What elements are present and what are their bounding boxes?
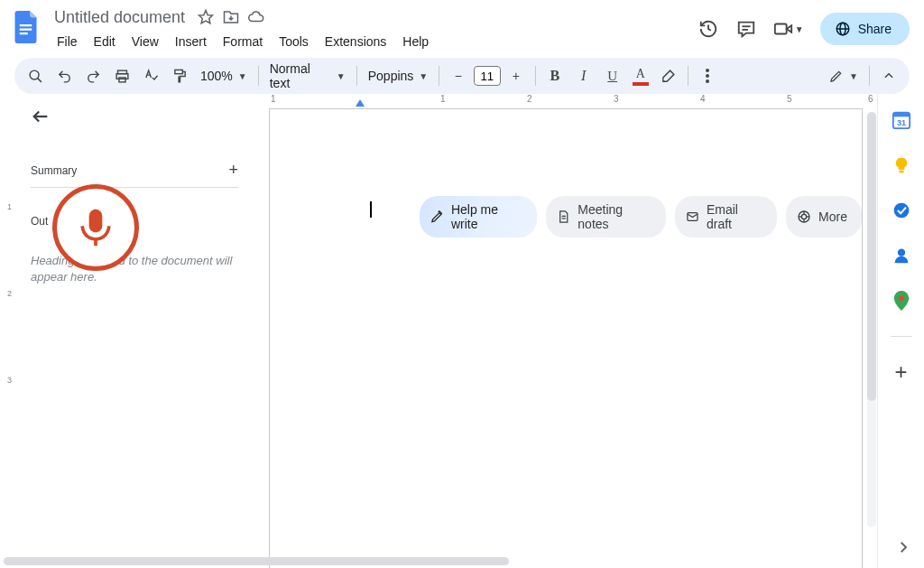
font-size-input[interactable]: 11 bbox=[474, 66, 501, 86]
chevron-down-icon: ▼ bbox=[795, 24, 804, 34]
svg-rect-16 bbox=[174, 70, 182, 73]
outline-hint: Headings you add to the document will ap… bbox=[31, 253, 238, 285]
svg-rect-31 bbox=[892, 113, 909, 117]
svg-point-34 bbox=[893, 203, 909, 219]
share-button[interactable]: Share bbox=[820, 13, 910, 45]
redo-icon[interactable] bbox=[79, 62, 106, 89]
menu-help[interactable]: Help bbox=[396, 33, 435, 51]
help-me-write-chip[interactable]: Help me write bbox=[420, 196, 537, 237]
svg-point-19 bbox=[706, 79, 709, 83]
meeting-notes-chip[interactable]: Meeting notes bbox=[546, 196, 666, 237]
collapse-toolbar-icon[interactable] bbox=[875, 62, 902, 89]
header-center: Untitled document File Edit View Insert … bbox=[45, 5, 698, 54]
ruler-tick: 2 bbox=[7, 289, 12, 298]
add-summary-icon[interactable]: + bbox=[228, 161, 238, 180]
menu-extensions[interactable]: Extensions bbox=[319, 33, 393, 51]
horizontal-scrollbar[interactable] bbox=[4, 557, 509, 565]
expand-side-panel-icon[interactable] bbox=[895, 539, 911, 559]
svg-marker-3 bbox=[199, 11, 213, 23]
search-icon[interactable] bbox=[22, 62, 49, 89]
keep-icon[interactable] bbox=[892, 155, 911, 175]
print-icon[interactable] bbox=[108, 62, 135, 89]
contacts-icon[interactable] bbox=[892, 246, 911, 265]
svg-rect-6 bbox=[775, 24, 787, 34]
history-icon[interactable] bbox=[698, 18, 719, 40]
tasks-icon[interactable] bbox=[892, 200, 911, 220]
email-draft-chip[interactable]: Email draft bbox=[675, 196, 777, 237]
separator bbox=[535, 66, 536, 86]
menu-view[interactable]: View bbox=[125, 33, 165, 51]
more-toolbar-icon[interactable] bbox=[694, 62, 721, 89]
calendar-icon[interactable]: 31 bbox=[892, 110, 911, 130]
move-icon[interactable] bbox=[223, 9, 239, 25]
font-select[interactable]: Poppins▼ bbox=[363, 69, 433, 83]
separator bbox=[439, 66, 439, 86]
meet-button[interactable]: ▼ bbox=[773, 19, 804, 39]
spellcheck-icon[interactable] bbox=[137, 62, 164, 89]
text-color-button[interactable]: A bbox=[628, 62, 653, 89]
zoom-value: 100% bbox=[200, 69, 233, 83]
chevron-down-icon: ▼ bbox=[849, 71, 858, 81]
highlight-color-button[interactable] bbox=[655, 62, 682, 89]
menu-file[interactable]: File bbox=[51, 33, 84, 51]
editing-mode-button[interactable]: ▼ bbox=[824, 69, 864, 83]
svg-rect-33 bbox=[899, 171, 903, 173]
workspace: 1 2 3 Summary + Out Headings you add to … bbox=[0, 94, 924, 568]
svg-line-12 bbox=[37, 78, 41, 81]
svg-text:31: 31 bbox=[896, 118, 905, 127]
get-addons-icon[interactable]: + bbox=[892, 362, 911, 382]
zoom-select[interactable]: 100%▼ bbox=[195, 69, 253, 83]
back-icon[interactable] bbox=[31, 107, 238, 130]
document-area: 1 1 2 3 4 5 6 Help me write Meeting note… bbox=[254, 94, 877, 568]
vertical-scrollbar[interactable] bbox=[867, 112, 876, 527]
italic-button[interactable]: I bbox=[570, 62, 597, 89]
chip-label: Email draft bbox=[707, 202, 762, 231]
toolbar: 100%▼ Normal text▼ Poppins▼ − 11 + B I U… bbox=[14, 58, 910, 94]
ruler-tick: 6 bbox=[868, 94, 873, 104]
ruler-tick: 3 bbox=[7, 376, 12, 385]
outline-panel: Summary + Out Headings you add to the do… bbox=[14, 94, 254, 568]
ruler-tick: 1 bbox=[440, 94, 446, 104]
document-page[interactable]: Help me write Meeting notes Email draft … bbox=[269, 108, 863, 568]
ruler-tick: 4 bbox=[700, 94, 706, 104]
menu-format[interactable]: Format bbox=[217, 33, 269, 51]
header-right: ▼ Share bbox=[698, 5, 910, 45]
horizontal-ruler[interactable]: 1 1 2 3 4 5 6 bbox=[269, 94, 877, 108]
indent-marker-icon[interactable] bbox=[356, 99, 365, 107]
undo-icon[interactable] bbox=[51, 62, 78, 89]
separator bbox=[869, 66, 870, 86]
paragraph-style-select[interactable]: Normal text▼ bbox=[264, 61, 351, 90]
vertical-ruler[interactable]: 1 2 3 bbox=[0, 94, 14, 568]
svg-point-25 bbox=[801, 214, 806, 219]
underline-button[interactable]: U bbox=[599, 62, 626, 89]
maps-icon[interactable] bbox=[892, 291, 911, 311]
menu-bar: File Edit View Insert Format Tools Exten… bbox=[51, 29, 698, 54]
voice-typing-mic-icon[interactable] bbox=[52, 184, 139, 271]
more-chip[interactable]: More bbox=[786, 196, 862, 237]
star-icon[interactable] bbox=[198, 9, 214, 25]
document-title[interactable]: Untitled document bbox=[51, 8, 189, 27]
docs-logo[interactable] bbox=[9, 9, 45, 45]
paint-format-icon[interactable] bbox=[166, 62, 193, 89]
bold-button[interactable]: B bbox=[541, 62, 568, 89]
chevron-down-icon: ▼ bbox=[419, 71, 428, 81]
svg-rect-1 bbox=[20, 29, 32, 31]
ruler-tick: 3 bbox=[614, 94, 619, 104]
svg-rect-2 bbox=[20, 33, 28, 34]
svg-point-35 bbox=[897, 249, 904, 256]
increase-font-size-button[interactable]: + bbox=[503, 62, 530, 89]
cloud-status-icon[interactable] bbox=[248, 9, 264, 25]
ruler-tick: 1 bbox=[7, 202, 12, 211]
chevron-down-icon: ▼ bbox=[337, 71, 346, 81]
decrease-font-size-button[interactable]: − bbox=[445, 62, 472, 89]
menu-insert[interactable]: Insert bbox=[169, 33, 213, 51]
menu-edit[interactable]: Edit bbox=[88, 33, 122, 51]
separator bbox=[258, 66, 259, 86]
comments-icon[interactable] bbox=[735, 18, 757, 40]
side-divider bbox=[891, 336, 912, 337]
smart-chip-row: Help me write Meeting notes Email draft … bbox=[420, 196, 862, 237]
font-value: Poppins bbox=[368, 69, 414, 83]
share-label: Share bbox=[858, 22, 892, 36]
menu-tools[interactable]: Tools bbox=[273, 33, 315, 51]
scrollbar-thumb[interactable] bbox=[867, 112, 876, 401]
